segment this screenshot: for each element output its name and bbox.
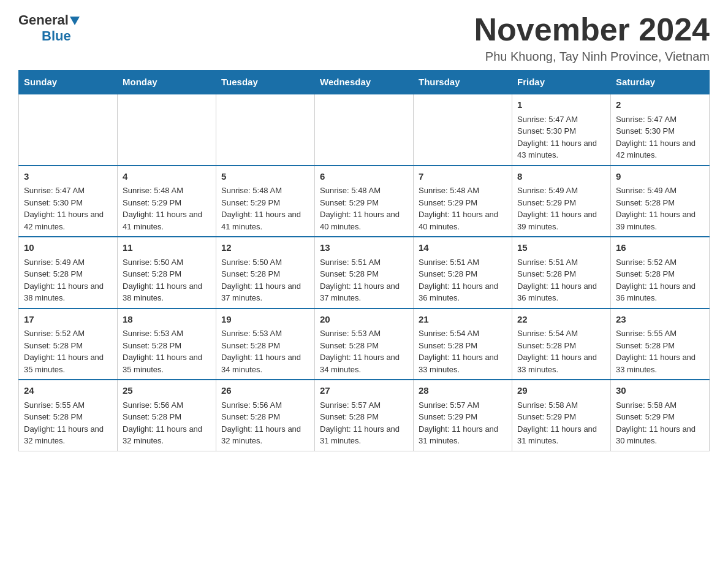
day-number: 14: [419, 241, 507, 255]
calendar-week-row-1: 1Sunrise: 5:47 AM Sunset: 5:30 PM Daylig…: [19, 94, 710, 166]
logo-general-text: General: [18, 12, 69, 28]
day-info: Sunrise: 5:50 AM Sunset: 5:28 PM Dayligh…: [123, 256, 211, 304]
calendar-week-row-2: 3Sunrise: 5:47 AM Sunset: 5:30 PM Daylig…: [19, 166, 710, 237]
day-info: Sunrise: 5:58 AM Sunset: 5:29 PM Dayligh…: [616, 399, 704, 447]
calendar-cell: 24Sunrise: 5:55 AM Sunset: 5:28 PM Dayli…: [19, 380, 118, 451]
weekday-header-row: SundayMondayTuesdayWednesdayThursdayFrid…: [19, 71, 710, 94]
calendar-cell: 20Sunrise: 5:53 AM Sunset: 5:28 PM Dayli…: [315, 308, 414, 380]
calendar-cell: 12Sunrise: 5:50 AM Sunset: 5:28 PM Dayli…: [216, 237, 315, 308]
calendar-cell: 19Sunrise: 5:53 AM Sunset: 5:28 PM Dayli…: [216, 308, 315, 380]
day-number: 17: [24, 313, 112, 327]
calendar-cell: 27Sunrise: 5:57 AM Sunset: 5:28 PM Dayli…: [315, 380, 414, 451]
day-info: Sunrise: 5:47 AM Sunset: 5:30 PM Dayligh…: [616, 113, 704, 161]
logo-blue-line: Blue: [18, 28, 71, 44]
day-number: 26: [221, 384, 309, 398]
calendar-cell: [216, 94, 315, 166]
day-number: 29: [517, 384, 605, 398]
day-info: Sunrise: 5:53 AM Sunset: 5:28 PM Dayligh…: [123, 327, 211, 375]
day-info: Sunrise: 5:53 AM Sunset: 5:28 PM Dayligh…: [320, 327, 408, 375]
calendar-cell: 3Sunrise: 5:47 AM Sunset: 5:30 PM Daylig…: [19, 166, 118, 237]
day-info: Sunrise: 5:48 AM Sunset: 5:29 PM Dayligh…: [320, 185, 408, 232]
day-info: Sunrise: 5:54 AM Sunset: 5:28 PM Dayligh…: [419, 327, 507, 375]
calendar-cell: 15Sunrise: 5:51 AM Sunset: 5:28 PM Dayli…: [512, 237, 611, 308]
calendar-cell: [414, 94, 512, 166]
day-number: 9: [616, 170, 704, 184]
logo-general-line: General: [18, 12, 80, 28]
day-number: 22: [517, 313, 605, 327]
day-number: 1: [517, 98, 605, 112]
day-number: 21: [419, 313, 507, 327]
calendar-cell: 10Sunrise: 5:49 AM Sunset: 5:28 PM Dayli…: [19, 237, 118, 308]
weekday-header-wednesday: Wednesday: [315, 71, 414, 94]
day-info: Sunrise: 5:55 AM Sunset: 5:28 PM Dayligh…: [616, 327, 704, 375]
day-info: Sunrise: 5:48 AM Sunset: 5:29 PM Dayligh…: [419, 185, 507, 232]
page-header: General Blue November 2024 Phu Khuong, T…: [18, 12, 710, 64]
calendar-cell: [118, 94, 216, 166]
weekday-header-thursday: Thursday: [414, 71, 512, 94]
day-info: Sunrise: 5:49 AM Sunset: 5:28 PM Dayligh…: [24, 256, 112, 304]
calendar-cell: [315, 94, 414, 166]
day-number: 23: [616, 313, 704, 327]
day-info: Sunrise: 5:47 AM Sunset: 5:30 PM Dayligh…: [517, 113, 605, 161]
calendar-cell: 5Sunrise: 5:48 AM Sunset: 5:29 PM Daylig…: [216, 166, 315, 237]
calendar-cell: 18Sunrise: 5:53 AM Sunset: 5:28 PM Dayli…: [118, 308, 216, 380]
calendar-cell: 1Sunrise: 5:47 AM Sunset: 5:30 PM Daylig…: [512, 94, 611, 166]
calendar-cell: 13Sunrise: 5:51 AM Sunset: 5:28 PM Dayli…: [315, 237, 414, 308]
title-block: November 2024 Phu Khuong, Tay Ninh Provi…: [474, 12, 710, 64]
day-info: Sunrise: 5:54 AM Sunset: 5:28 PM Dayligh…: [517, 327, 605, 375]
logo-triangle-icon: [70, 17, 80, 25]
day-info: Sunrise: 5:56 AM Sunset: 5:28 PM Dayligh…: [123, 399, 211, 447]
weekday-header-saturday: Saturday: [611, 71, 710, 94]
calendar-cell: 14Sunrise: 5:51 AM Sunset: 5:28 PM Dayli…: [414, 237, 512, 308]
day-number: 13: [320, 241, 408, 255]
weekday-header-monday: Monday: [118, 71, 216, 94]
day-number: 16: [616, 241, 704, 255]
day-info: Sunrise: 5:57 AM Sunset: 5:28 PM Dayligh…: [320, 399, 408, 447]
calendar-cell: 17Sunrise: 5:52 AM Sunset: 5:28 PM Dayli…: [19, 308, 118, 380]
day-info: Sunrise: 5:57 AM Sunset: 5:29 PM Dayligh…: [419, 399, 507, 447]
day-info: Sunrise: 5:58 AM Sunset: 5:29 PM Dayligh…: [517, 399, 605, 447]
day-number: 6: [320, 170, 408, 184]
day-number: 3: [24, 170, 112, 184]
day-info: Sunrise: 5:47 AM Sunset: 5:30 PM Dayligh…: [24, 185, 112, 232]
calendar-cell: 23Sunrise: 5:55 AM Sunset: 5:28 PM Dayli…: [611, 308, 710, 380]
calendar-cell: 30Sunrise: 5:58 AM Sunset: 5:29 PM Dayli…: [611, 380, 710, 451]
day-info: Sunrise: 5:48 AM Sunset: 5:29 PM Dayligh…: [123, 185, 211, 232]
day-info: Sunrise: 5:53 AM Sunset: 5:28 PM Dayligh…: [221, 327, 309, 375]
weekday-header-tuesday: Tuesday: [216, 71, 315, 94]
day-number: 20: [320, 313, 408, 327]
day-info: Sunrise: 5:52 AM Sunset: 5:28 PM Dayligh…: [24, 327, 112, 375]
location-subtitle: Phu Khuong, Tay Ninh Province, Vietnam: [474, 50, 710, 64]
logo: General Blue: [18, 12, 80, 44]
day-number: 25: [123, 384, 211, 398]
calendar-cell: [19, 94, 118, 166]
day-number: 28: [419, 384, 507, 398]
calendar-cell: 4Sunrise: 5:48 AM Sunset: 5:29 PM Daylig…: [118, 166, 216, 237]
calendar-week-row-4: 17Sunrise: 5:52 AM Sunset: 5:28 PM Dayli…: [19, 308, 710, 380]
weekday-header-friday: Friday: [512, 71, 611, 94]
calendar-cell: 29Sunrise: 5:58 AM Sunset: 5:29 PM Dayli…: [512, 380, 611, 451]
calendar-cell: 6Sunrise: 5:48 AM Sunset: 5:29 PM Daylig…: [315, 166, 414, 237]
day-info: Sunrise: 5:51 AM Sunset: 5:28 PM Dayligh…: [419, 256, 507, 304]
day-info: Sunrise: 5:52 AM Sunset: 5:28 PM Dayligh…: [616, 256, 704, 304]
day-info: Sunrise: 5:51 AM Sunset: 5:28 PM Dayligh…: [320, 256, 408, 304]
day-number: 4: [123, 170, 211, 184]
calendar-cell: 8Sunrise: 5:49 AM Sunset: 5:29 PM Daylig…: [512, 166, 611, 237]
day-info: Sunrise: 5:50 AM Sunset: 5:28 PM Dayligh…: [221, 256, 309, 304]
calendar-week-row-3: 10Sunrise: 5:49 AM Sunset: 5:28 PM Dayli…: [19, 237, 710, 308]
day-number: 19: [221, 313, 309, 327]
day-info: Sunrise: 5:55 AM Sunset: 5:28 PM Dayligh…: [24, 399, 112, 447]
day-number: 12: [221, 241, 309, 255]
day-number: 15: [517, 241, 605, 255]
calendar-cell: 11Sunrise: 5:50 AM Sunset: 5:28 PM Dayli…: [118, 237, 216, 308]
calendar-cell: 7Sunrise: 5:48 AM Sunset: 5:29 PM Daylig…: [414, 166, 512, 237]
calendar-cell: 25Sunrise: 5:56 AM Sunset: 5:28 PM Dayli…: [118, 380, 216, 451]
day-number: 18: [123, 313, 211, 327]
calendar-cell: 22Sunrise: 5:54 AM Sunset: 5:28 PM Dayli…: [512, 308, 611, 380]
calendar-cell: 21Sunrise: 5:54 AM Sunset: 5:28 PM Dayli…: [414, 308, 512, 380]
day-number: 8: [517, 170, 605, 184]
calendar-cell: 26Sunrise: 5:56 AM Sunset: 5:28 PM Dayli…: [216, 380, 315, 451]
calendar-cell: 28Sunrise: 5:57 AM Sunset: 5:29 PM Dayli…: [414, 380, 512, 451]
calendar-table: SundayMondayTuesdayWednesdayThursdayFrid…: [18, 70, 710, 451]
weekday-header-sunday: Sunday: [19, 71, 118, 94]
